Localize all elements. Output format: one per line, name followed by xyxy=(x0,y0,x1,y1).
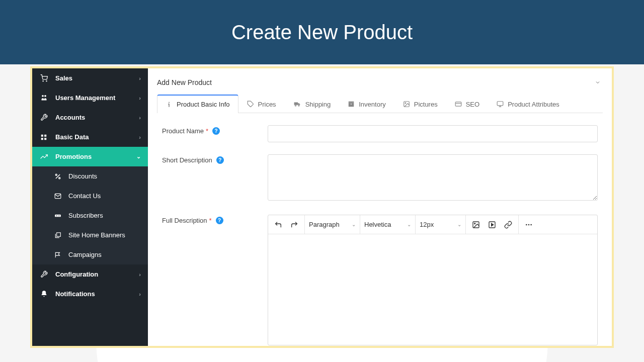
sidebar-item-sales[interactable]: Sales › xyxy=(32,68,148,88)
monitor-icon xyxy=(497,101,504,108)
svg-point-34 xyxy=(526,224,527,225)
grid-icon xyxy=(39,134,48,141)
svg-rect-7 xyxy=(44,138,46,140)
sidebar-item-label: Configuration xyxy=(55,270,98,278)
help-icon[interactable]: ? xyxy=(216,156,224,164)
tab-label: Shipping xyxy=(305,101,331,108)
svg-point-19 xyxy=(298,105,299,106)
chevron-right-icon: › xyxy=(139,75,141,81)
help-icon[interactable]: ? xyxy=(212,127,220,135)
sidebar-item-discounts[interactable]: Discounts xyxy=(32,166,148,186)
label-short-description: Short Description ? xyxy=(162,154,268,203)
slide-header: Create New Product xyxy=(0,0,644,64)
main-content: Add New Product Product Basic Info Pric xyxy=(148,68,612,346)
svg-rect-6 xyxy=(41,138,43,140)
sidebar-item-label: Accounts xyxy=(55,114,85,121)
sidebar-item-label: Site Home Banners xyxy=(68,231,125,239)
tab-product-attributes[interactable]: Product Attributes xyxy=(488,95,568,113)
sidebar-item-label: Users Management xyxy=(55,94,115,102)
tab-label: Prices xyxy=(258,101,276,108)
sidebar-item-users-management[interactable]: Users Management › xyxy=(32,88,148,108)
svg-rect-20 xyxy=(349,103,354,107)
more-options-button[interactable] xyxy=(522,218,536,232)
svg-point-18 xyxy=(295,105,296,106)
canvas: Sales › Users Management › Accounts › xyxy=(0,64,644,362)
product-name-input[interactable] xyxy=(268,125,598,142)
svg-point-2 xyxy=(42,95,44,97)
font-size-select[interactable]: 12px ⌄ xyxy=(416,215,466,234)
chevron-down-icon: ⌄ xyxy=(136,153,141,160)
svg-point-10 xyxy=(59,177,60,178)
image-icon xyxy=(403,101,410,108)
svg-point-13 xyxy=(56,215,57,216)
svg-point-1 xyxy=(46,81,46,81)
sidebar-item-label: Notifications xyxy=(55,290,95,298)
chevron-right-icon: › xyxy=(139,291,141,297)
short-description-input[interactable] xyxy=(268,154,598,201)
sidebar-item-promotions[interactable]: Promotions ⌄ xyxy=(32,147,148,166)
insert-image-button[interactable] xyxy=(469,218,483,232)
sidebar-item-label: Contact Us xyxy=(68,192,101,200)
app-frame: Sales › Users Management › Accounts › xyxy=(30,66,614,348)
tab-prices[interactable]: Prices xyxy=(238,95,285,113)
sidebar-item-subscribers[interactable]: Subscribers xyxy=(32,206,148,225)
svg-point-14 xyxy=(58,215,59,216)
svg-point-31 xyxy=(474,223,475,224)
sidebar-item-campaigns[interactable]: Campaigns xyxy=(32,245,148,264)
card-icon xyxy=(455,101,462,108)
insert-link-button[interactable] xyxy=(501,218,515,232)
chevron-right-icon: › xyxy=(139,272,141,278)
label-full-description: Full Description * ? xyxy=(162,215,268,345)
sidebar-item-label: Sales xyxy=(55,74,72,82)
svg-rect-17 xyxy=(294,103,298,105)
percent-icon xyxy=(53,173,62,180)
svg-rect-15 xyxy=(57,232,61,236)
sidebar-item-basic-data[interactable]: Basic Data › xyxy=(32,127,148,147)
sidebar-submenu-promotions: Discounts Contact Us Subscribers xyxy=(32,166,148,264)
sidebar-item-site-home-banners[interactable]: Site Home Banners xyxy=(32,225,148,245)
tab-label: Product Attributes xyxy=(508,101,559,108)
select-value: Helvetica xyxy=(364,221,391,228)
tab-pictures[interactable]: Pictures xyxy=(394,95,446,113)
redo-button[interactable] xyxy=(287,218,301,232)
truck-icon xyxy=(293,101,301,108)
block-format-select[interactable]: Paragraph ⌄ xyxy=(305,215,360,234)
bell-icon xyxy=(39,290,48,298)
svg-point-36 xyxy=(530,224,532,225)
tab-product-basic-info[interactable]: Product Basic Info xyxy=(157,95,238,113)
select-value: Paragraph xyxy=(309,221,340,228)
sidebar-item-contact-us[interactable]: Contact Us xyxy=(32,186,148,206)
collapse-toggle[interactable] xyxy=(593,77,603,87)
insert-video-button[interactable] xyxy=(485,218,499,232)
tab-inventory[interactable]: Inventory xyxy=(339,95,394,113)
sidebar-item-configuration[interactable]: Configuration › xyxy=(32,264,148,284)
sidebar: Sales › Users Management › Accounts › xyxy=(32,68,148,346)
trend-icon xyxy=(39,153,48,160)
svg-line-8 xyxy=(56,174,60,178)
tab-seo[interactable]: SEO xyxy=(446,95,488,113)
rte-toolbar: Paragraph ⌄ Helvetica ⌄ 12px ⌄ xyxy=(268,215,597,234)
svg-rect-4 xyxy=(41,134,43,136)
chevron-right-icon: › xyxy=(139,134,141,140)
sidebar-item-notifications[interactable]: Notifications › xyxy=(32,284,148,304)
svg-rect-12 xyxy=(55,214,61,217)
undo-button[interactable] xyxy=(271,218,285,232)
slide-title: Create New Product xyxy=(231,21,413,44)
font-family-select[interactable]: Helvetica ⌄ xyxy=(360,215,416,234)
svg-rect-27 xyxy=(497,102,503,106)
chevron-right-icon: › xyxy=(139,115,141,121)
required-mark: * xyxy=(209,217,212,224)
sidebar-item-accounts[interactable]: Accounts › xyxy=(32,108,148,127)
cart-icon xyxy=(39,74,48,82)
svg-rect-5 xyxy=(44,134,46,136)
label-text: Full Description xyxy=(162,217,207,224)
full-description-editor[interactable] xyxy=(268,234,597,345)
tab-shipping[interactable]: Shipping xyxy=(285,95,340,113)
help-icon[interactable]: ? xyxy=(216,217,223,224)
label-text: Short Description xyxy=(162,156,212,164)
sidebar-item-label: Basic Data xyxy=(55,133,89,141)
panel-header: Add New Product xyxy=(157,77,603,87)
required-mark: * xyxy=(206,127,208,135)
svg-point-35 xyxy=(528,224,530,225)
field-short-description: Short Description ? xyxy=(162,154,598,203)
